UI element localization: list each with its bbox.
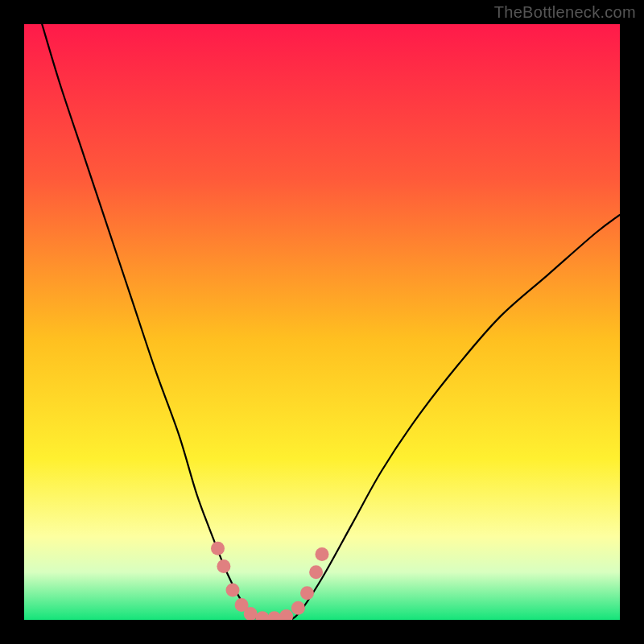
- marker-dot: [309, 565, 323, 579]
- marker-dot: [226, 584, 240, 597]
- watermark-text: TheBottleneck.com: [494, 3, 636, 22]
- marker-dot: [211, 542, 225, 555]
- marker-dot: [300, 586, 314, 600]
- marker-dot: [316, 547, 329, 561]
- bottleneck-chart: [24, 24, 620, 620]
- marker-dot: [291, 601, 305, 615]
- chart-frame: TheBottleneck.com: [0, 0, 644, 644]
- gradient-background: [24, 24, 620, 620]
- marker-dot: [217, 559, 230, 573]
- plot-area: [24, 24, 620, 620]
